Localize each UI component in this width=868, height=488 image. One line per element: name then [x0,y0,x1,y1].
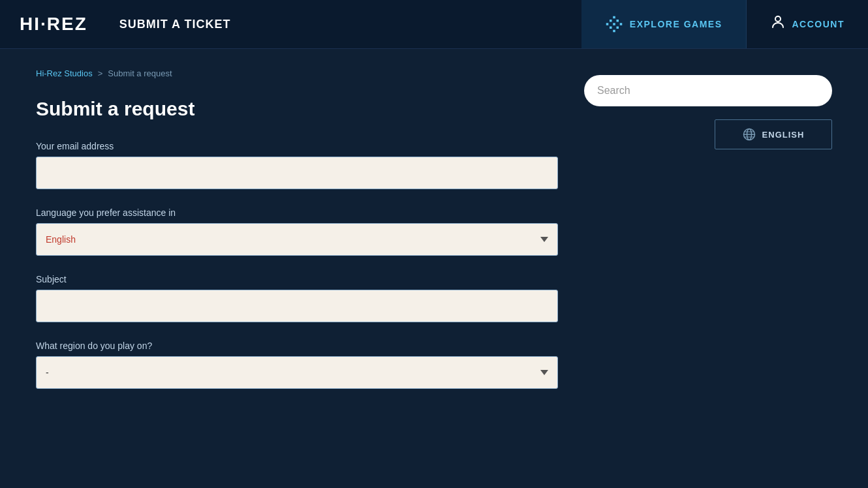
subject-label: Subject [36,274,558,284]
svg-point-9 [775,16,781,22]
globe-icon [743,128,756,141]
language-select[interactable]: English Español Français Deutsch Portugu… [36,223,558,256]
right-sidebar: ENGLISH [584,69,832,407]
subject-group: Subject [36,274,558,322]
search-container [584,75,832,106]
breadcrumb-current: Submit a request [108,69,172,78]
search-input[interactable] [584,75,832,106]
main-content: Hi-Rez Studios > Submit a request Submit… [36,69,558,407]
svg-rect-3 [620,23,623,25]
svg-rect-1 [613,30,615,33]
svg-rect-0 [613,16,615,19]
submit-request-form: Your email address Language you prefer a… [36,141,558,389]
svg-rect-8 [613,23,615,25]
region-label: What region do you play on? [36,341,558,351]
explore-games-label: EXPLORE GAMES [630,19,722,29]
svg-rect-4 [610,20,612,22]
logo: HI·REZ [20,14,87,35]
email-label: Your email address [36,141,558,151]
email-group: Your email address [36,141,558,189]
subject-input[interactable] [36,290,558,322]
header: HI·REZ SUBMIT A TICKET EXPLORE GAMES [0,0,868,49]
breadcrumb-home-link[interactable]: Hi-Rez Studios [36,69,93,78]
region-select[interactable]: - North America Europe Asia South Americ… [36,356,558,389]
breadcrumb-separator: > [98,69,103,78]
svg-rect-2 [606,23,609,25]
explore-games-button[interactable]: EXPLORE GAMES [581,0,747,48]
account-label: ACCOUNT [792,19,845,29]
language-button[interactable]: ENGLISH [715,119,832,149]
account-icon [770,14,786,34]
svg-rect-7 [616,27,619,29]
region-group: What region do you play on? - North Amer… [36,341,558,389]
content-wrapper: Hi-Rez Studios > Submit a request Submit… [0,49,868,433]
account-button[interactable]: ACCOUNT [747,0,869,48]
submit-ticket-label: SUBMIT A TICKET [104,18,247,31]
svg-rect-6 [610,27,612,29]
email-input[interactable] [36,157,558,189]
language-label: Language you prefer assistance in [36,207,558,218]
svg-rect-5 [616,20,619,22]
explore-games-icon [605,15,623,33]
breadcrumb: Hi-Rez Studios > Submit a request [36,69,558,78]
language-button-label: ENGLISH [762,130,805,140]
language-group: Language you prefer assistance in Englis… [36,207,558,256]
logo-area: HI·REZ SUBMIT A TICKET [0,0,266,48]
header-right: EXPLORE GAMES ACCOUNT [581,0,868,48]
page-title: Submit a request [36,98,558,120]
